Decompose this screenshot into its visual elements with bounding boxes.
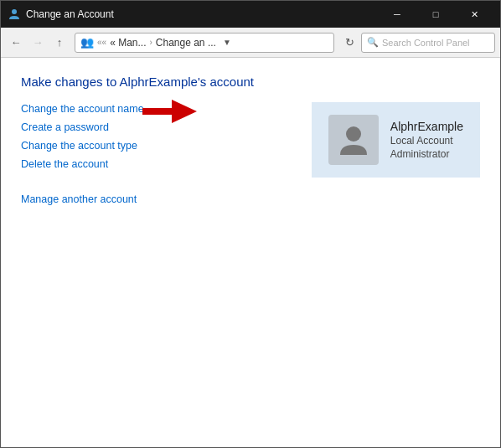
svg-point-2 — [346, 126, 361, 142]
address-icon: 👥 — [80, 36, 94, 49]
titlebar-icon — [8, 8, 21, 21]
manage-another-account-link[interactable]: Manage another account — [21, 193, 295, 205]
svg-point-0 — [12, 9, 17, 14]
address-part-1: « Man... — [110, 37, 146, 49]
address-chevron-2: › — [149, 38, 152, 47]
page-heading: Make changes to AlphrExample's account — [21, 75, 480, 89]
account-role: Administrator — [390, 148, 463, 160]
maximize-button[interactable]: □ — [416, 1, 455, 28]
links-section: Change the account name Create a passwor… — [21, 102, 295, 205]
change-name-container: Change the account name — [21, 103, 144, 121]
forward-button[interactable]: → — [28, 33, 48, 53]
addressbar: ← → ↑ 👥 «« « Man... › Change an ... ▼ ↻ … — [1, 28, 500, 58]
back-button[interactable]: ← — [6, 33, 26, 53]
address-path[interactable]: 👥 «« « Man... › Change an ... ▼ — [75, 33, 334, 53]
change-account-name-link[interactable]: Change the account name — [21, 103, 144, 115]
content-body: Change the account name Create a passwor… — [21, 102, 480, 205]
minimize-button[interactable]: ─ — [378, 1, 416, 28]
account-type: Local Account — [390, 135, 463, 147]
account-avatar — [328, 115, 379, 165]
search-placeholder: Search Control Panel — [382, 38, 470, 48]
separator — [21, 177, 295, 187]
address-chevron-1: «« — [97, 38, 106, 47]
titlebar-controls: ─ □ ✕ — [378, 1, 493, 28]
titlebar-title: Change an Account — [26, 8, 378, 20]
red-arrow-annotation — [142, 100, 197, 126]
search-icon: 🔍 — [367, 37, 379, 48]
close-button[interactable]: ✕ — [455, 1, 493, 28]
refresh-button[interactable]: ↻ — [339, 33, 359, 53]
account-card: AlphrExample Local Account Administrator — [312, 102, 480, 178]
account-name: AlphrExample — [390, 120, 463, 133]
address-dropdown-icon[interactable]: ▼ — [223, 38, 231, 47]
search-box[interactable]: 🔍 Search Control Panel — [361, 33, 495, 53]
delete-account-link[interactable]: Delete the account — [21, 158, 295, 170]
titlebar: Change an Account ─ □ ✕ — [1, 1, 500, 28]
change-account-type-link[interactable]: Change the account type — [21, 140, 295, 152]
address-part-2: Change an ... — [156, 37, 216, 49]
account-info: AlphrExample Local Account Administrator — [390, 120, 463, 160]
up-button[interactable]: ↑ — [49, 33, 70, 53]
content-area: Make changes to AlphrExample's account C… — [1, 58, 500, 448]
window: Change an Account ─ □ ✕ ← → ↑ 👥 «« « Man… — [0, 0, 501, 448]
svg-marker-1 — [142, 100, 197, 123]
main-content: Make changes to AlphrExample's account C… — [1, 58, 500, 448]
